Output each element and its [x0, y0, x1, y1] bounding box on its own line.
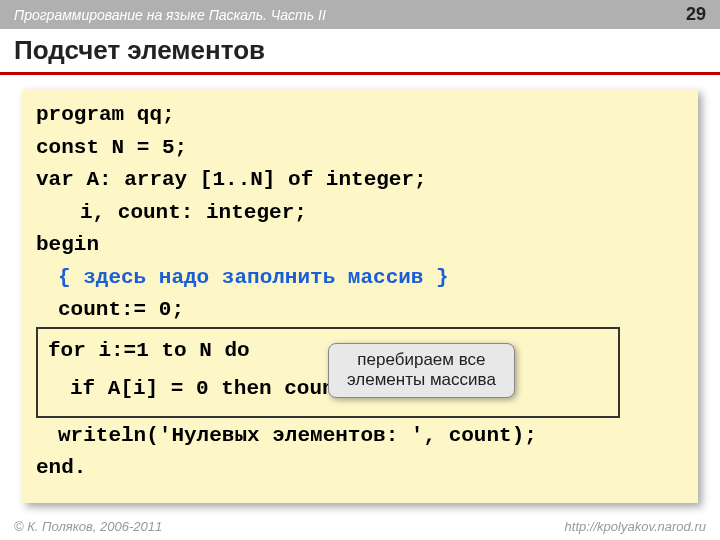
code-block: program qq; const N = 5; var A: array [1… — [22, 89, 698, 503]
code-line: begin — [36, 229, 684, 262]
slide-footer: © К. Поляков, 2006-2011 http://kpolyakov… — [14, 519, 706, 534]
page-number: 29 — [686, 4, 706, 25]
callout-line: элементы массива — [347, 370, 496, 390]
code-line: program qq; — [36, 99, 684, 132]
code-line: writeln('Нулевых элементов: ', count); — [36, 420, 684, 453]
code-line: end. — [36, 452, 684, 485]
code-line: var A: array [1..N] of integer; — [36, 164, 684, 197]
footer-url: http://kpolyakov.narod.ru — [565, 519, 706, 534]
code-comment: { здесь надо заполнить массив } — [36, 262, 684, 295]
slide-header: Программирование на языке Паскаль. Часть… — [0, 0, 720, 29]
code-line: const N = 5; — [36, 132, 684, 165]
callout-line: перебираем все — [347, 350, 496, 370]
copyright: © К. Поляков, 2006-2011 — [14, 519, 162, 534]
code-line: count:= 0; — [36, 294, 684, 327]
annotation-callout: перебираем все элементы массива — [328, 343, 515, 398]
course-title: Программирование на языке Паскаль. Часть… — [14, 7, 326, 23]
code-line: i, count: integer; — [36, 197, 684, 230]
slide-title: Подсчет элементов — [0, 29, 720, 75]
